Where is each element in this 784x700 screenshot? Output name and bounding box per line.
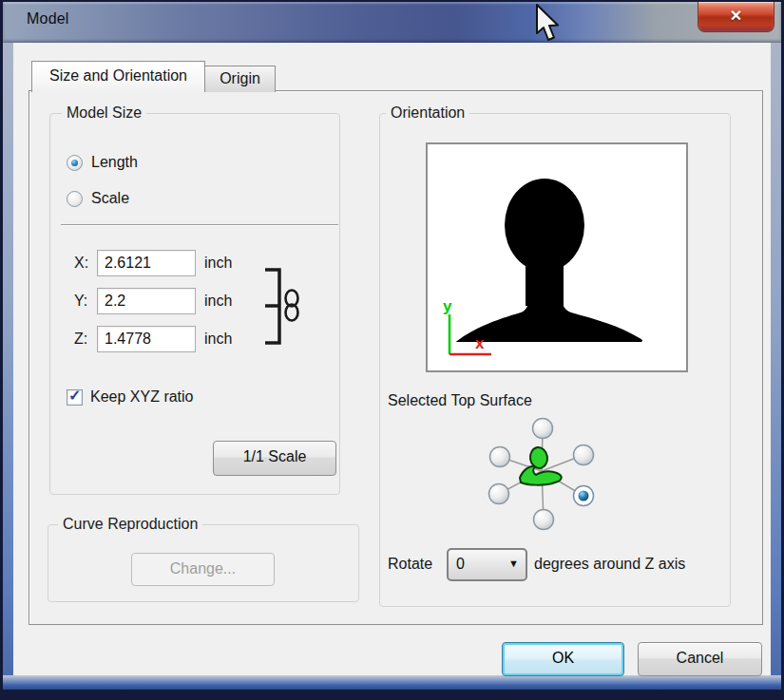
cancel-button[interactable]: Cancel bbox=[638, 642, 762, 676]
tab-label: Origin bbox=[220, 70, 260, 87]
tab-origin[interactable]: Origin bbox=[204, 66, 276, 92]
model-size-group: Model Size bbox=[49, 113, 340, 495]
title-bar bbox=[3, 2, 781, 43]
group-title: Model Size bbox=[62, 104, 146, 122]
window-frame-right bbox=[771, 43, 781, 690]
close-icon: ✕ bbox=[730, 7, 742, 25]
curve-reproduction-group: Curve Reproduction bbox=[48, 524, 359, 602]
window-frame-bottom bbox=[3, 675, 781, 690]
ok-button[interactable]: OK bbox=[502, 642, 624, 676]
button-label: Cancel bbox=[677, 650, 724, 667]
window-frame-left bbox=[3, 43, 13, 690]
tab-label: Size and Orientation bbox=[49, 67, 187, 85]
tab-size-and-orientation[interactable]: Size and Orientation bbox=[31, 61, 205, 92]
button-label: OK bbox=[552, 650, 574, 667]
group-title: Curve Reproduction bbox=[58, 516, 202, 533]
group-title: Orientation bbox=[386, 104, 469, 122]
close-button[interactable]: ✕ bbox=[698, 2, 774, 32]
window-title: Model bbox=[27, 10, 69, 28]
mouse-cursor-icon bbox=[534, 4, 561, 44]
orientation-group: Orientation bbox=[379, 113, 731, 607]
